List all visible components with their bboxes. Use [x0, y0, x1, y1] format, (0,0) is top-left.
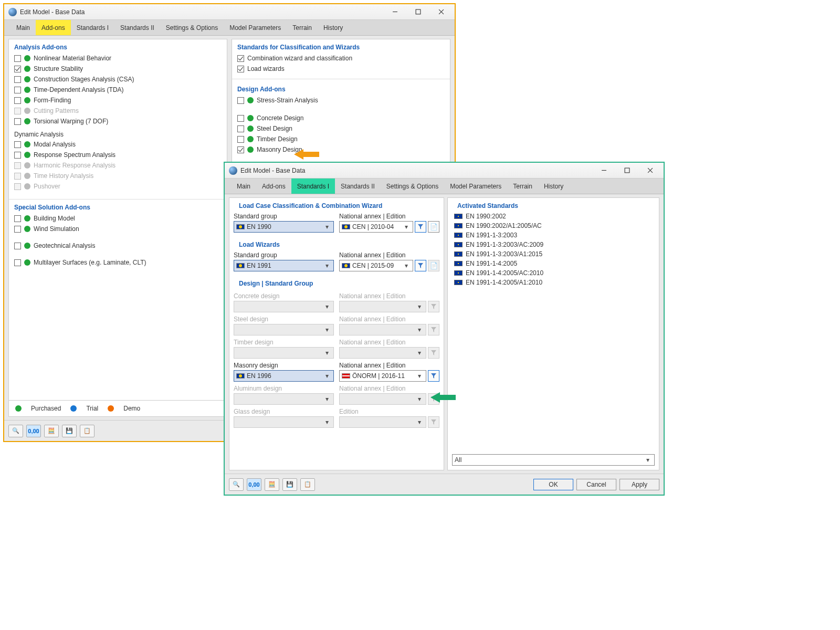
checkbox[interactable]	[237, 97, 244, 104]
lccw-standard-group[interactable]: EN 1990▾	[234, 221, 334, 233]
zoom-icon[interactable]: 🔍	[229, 478, 244, 491]
ok-button[interactable]: OK	[533, 479, 573, 490]
checkbox[interactable]	[14, 55, 21, 62]
tab-model-parameters[interactable]: Model Parameters	[224, 20, 287, 35]
special-header: Special Solution Add-ons	[9, 200, 227, 213]
save-icon[interactable]: 💾	[282, 478, 297, 491]
dynamic-header: Dynamic Analysis	[9, 127, 227, 139]
checkbox[interactable]	[237, 125, 244, 132]
addon-label: Construction Stages Analysis (CSA)	[34, 76, 134, 83]
checkbox[interactable]	[237, 115, 244, 122]
standard-item[interactable]: EN 1991-1-4:2005	[454, 259, 653, 268]
sheet-icon[interactable]: 🧮	[44, 425, 59, 437]
addon-row: Multilayer Surfaces (e.g. Laminate, CLT)	[9, 257, 227, 268]
calc-icon[interactable]: 0,00	[26, 425, 41, 437]
tab-main[interactable]: Main	[231, 178, 256, 194]
sheet-icon[interactable]: 🧮	[265, 478, 279, 491]
checkbox[interactable]	[14, 141, 21, 148]
checkbox[interactable]	[14, 76, 21, 83]
checkbox[interactable]	[14, 152, 21, 159]
zoom-icon[interactable]: 🔍	[8, 425, 23, 437]
lccw-national-annex[interactable]: CEN | 2010-04▾	[339, 221, 413, 233]
tab-terrain[interactable]: Terrain	[287, 20, 318, 35]
maximize-button[interactable]	[406, 5, 429, 19]
checkbox[interactable]	[14, 118, 21, 125]
checkbox[interactable]	[237, 136, 244, 143]
checkbox[interactable]	[237, 146, 244, 153]
close-button[interactable]	[638, 163, 662, 178]
filter-button[interactable]	[415, 221, 426, 233]
addon-label: Torsional Warping (7 DOF)	[34, 118, 108, 125]
minimize-button[interactable]	[383, 5, 406, 19]
addon-label: Multilayer Surfaces (e.g. Laminate, CLT)	[34, 259, 146, 266]
tab-add-ons[interactable]: Add-ons	[36, 20, 71, 35]
design-sg: ▾	[234, 393, 334, 405]
addon-label: Stress-Strain Analysis	[257, 97, 318, 104]
design-na[interactable]: ÖNORM | 2016-11▾	[339, 370, 426, 382]
addon-row: Time-Dependent Analysis (TDA)	[9, 85, 227, 95]
design-sg[interactable]: EN 1996▾	[234, 370, 334, 382]
filter-button[interactable]	[428, 370, 439, 382]
status-dot	[24, 173, 30, 179]
tab-standards-i[interactable]: Standards I	[71, 20, 114, 35]
tab-settings-options[interactable]: Settings & Options	[160, 20, 224, 35]
tab-history[interactable]: History	[318, 20, 349, 35]
save-icon[interactable]: 💾	[62, 425, 77, 437]
addon-row: Masonry Design	[232, 144, 450, 155]
tab-settings-options[interactable]: Settings & Options	[381, 178, 444, 194]
checkbox[interactable]	[237, 66, 244, 72]
close-button[interactable]	[429, 5, 453, 19]
tab-model-parameters[interactable]: Model Parameters	[444, 178, 507, 194]
tab-main[interactable]: Main	[10, 20, 36, 35]
tab-standards-ii[interactable]: Standards II	[114, 20, 160, 35]
standard-item[interactable]: EN 1990:2002	[454, 212, 653, 221]
tab-add-ons[interactable]: Add-ons	[256, 178, 291, 194]
checkbox[interactable]	[14, 259, 21, 266]
checkbox[interactable]	[14, 226, 21, 233]
status-dot	[24, 183, 30, 190]
design-sg: ▾	[234, 301, 334, 312]
all-combo[interactable]: All▾	[452, 454, 655, 466]
status-dot	[24, 215, 30, 222]
window-title: Edit Model - Base Data	[20, 8, 85, 16]
filter-button[interactable]	[415, 260, 426, 271]
standard-item[interactable]: EN 1990:2002/A1:2005/AC	[454, 221, 653, 230]
tab-terrain[interactable]: Terrain	[507, 178, 538, 194]
activated-header: Activated Standards	[452, 198, 655, 212]
standard-item[interactable]: EN 1991-1-4:2005/A1:2010	[454, 278, 653, 287]
addon-label: Pushover	[34, 183, 60, 190]
status-dot	[24, 66, 30, 72]
legend-trial-dot	[70, 405, 77, 412]
addon-label: Form-Finding	[34, 97, 71, 104]
lw-standard-group[interactable]: EN 1991▾	[234, 260, 334, 271]
standards-header: Standards for Classification and Wizards	[232, 39, 450, 53]
addon-row: Harmonic Response Analysis	[9, 160, 227, 171]
config-button[interactable]: 📄	[428, 221, 439, 233]
checkbox[interactable]	[14, 215, 21, 222]
titlebar: Edit Model - Base Data	[225, 163, 664, 178]
tab-standards-i[interactable]: Standards I	[291, 178, 335, 194]
checkbox[interactable]	[14, 66, 21, 72]
minimize-button[interactable]	[592, 163, 615, 178]
checkbox[interactable]	[237, 55, 244, 62]
addon-row: Load wizards	[232, 64, 450, 74]
standard-item[interactable]: EN 1991-1-4:2005/AC:2010	[454, 268, 653, 278]
clip-icon[interactable]: 📋	[80, 425, 94, 437]
standard-item[interactable]: EN 1991-1-3:2003/A1:2015	[454, 249, 653, 259]
clip-icon[interactable]: 📋	[300, 478, 315, 491]
calc-icon[interactable]: 0,00	[247, 478, 261, 491]
design-na: ▾	[339, 324, 426, 335]
cancel-button[interactable]: Cancel	[576, 479, 616, 490]
tab-standards-ii[interactable]: Standards II	[335, 178, 381, 194]
checkbox[interactable]	[14, 97, 21, 104]
checkbox[interactable]	[14, 87, 21, 93]
tab-history[interactable]: History	[538, 178, 569, 194]
maximize-button[interactable]	[615, 163, 638, 178]
standard-item[interactable]: EN 1991-1-3:2003	[454, 230, 653, 240]
apply-button[interactable]: Apply	[620, 479, 659, 490]
standard-item[interactable]: EN 1991-1-3:2003/AC:2009	[454, 240, 653, 249]
checkbox[interactable]	[14, 243, 21, 249]
lw-national-annex[interactable]: CEN | 2015-09▾	[339, 260, 413, 271]
svg-marker-12	[431, 327, 436, 332]
design-na: ▾	[339, 301, 426, 312]
